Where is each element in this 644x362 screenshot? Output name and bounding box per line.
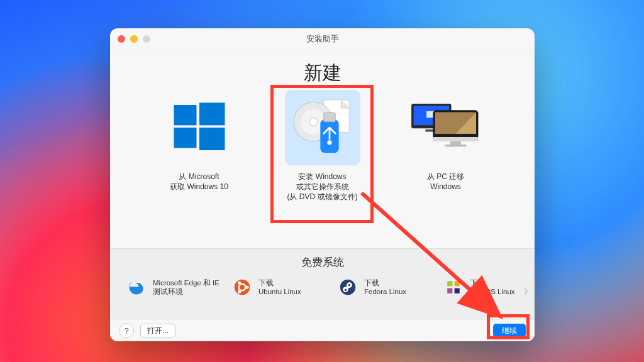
- svg-point-11: [327, 140, 331, 145]
- option-label: 从 PC 迁移 Windows: [427, 172, 464, 192]
- minimize-icon[interactable]: [130, 35, 138, 43]
- option-label: 从 Microsoft 获取 Windows 10: [170, 172, 228, 192]
- page-heading: 新建: [110, 60, 535, 86]
- chevron-right-icon[interactable]: ›: [524, 283, 528, 299]
- svg-point-24: [238, 282, 241, 285]
- option-get-windows-from-microsoft[interactable]: 从 Microsoft 获取 Windows 10: [152, 90, 247, 202]
- close-icon[interactable]: [118, 35, 125, 43]
- free-item-centos[interactable]: 下载 CentOS Linux: [445, 278, 535, 297]
- svg-rect-28: [455, 282, 460, 287]
- free-item-fedora[interactable]: 下载 Fedora Linux: [339, 278, 433, 297]
- free-item-label: Microsoft Edge 和 IE 测试环境: [153, 278, 219, 297]
- free-systems-section: 免费系统 Microsoft Edge 和 IE 测试环境 下载 Ubuntu …: [110, 248, 535, 322]
- traffic-lights: [118, 35, 150, 43]
- svg-rect-10: [323, 112, 335, 122]
- windows-logo-icon: [162, 90, 237, 165]
- svg-rect-30: [455, 288, 460, 293]
- option-transfer-from-pc[interactable]: 从 PC 迁移 Windows: [399, 90, 493, 202]
- free-item-label: 下载 Ubuntu Linux: [258, 278, 301, 297]
- window-title: 安装助手: [110, 33, 535, 45]
- edge-icon: [128, 278, 145, 296]
- centos-icon: [445, 278, 462, 296]
- ubuntu-icon: [233, 278, 251, 296]
- imac-transfer-icon: [408, 90, 484, 165]
- option-label: 安装 Windows 或其它操作系统 (从 DVD 或镜像文件): [287, 172, 358, 202]
- svg-point-23: [245, 286, 248, 289]
- svg-rect-29: [447, 288, 452, 293]
- free-systems-row: Microsoft Edge 和 IE 测试环境 下载 Ubuntu Linux: [110, 278, 535, 297]
- install-assistant-window: 安装助手 新建 从 Microsoft 获取 Windows 10: [110, 28, 535, 341]
- install-options-row: 从 Microsoft 获取 Windows 10: [110, 90, 535, 202]
- continue-button[interactable]: 继续: [493, 324, 526, 337]
- svg-point-8: [309, 118, 317, 126]
- svg-rect-20: [445, 145, 466, 146]
- svg-point-25: [238, 290, 241, 293]
- free-item-ubuntu[interactable]: 下载 Ubuntu Linux: [233, 278, 328, 297]
- window-titlebar: 安装助手: [110, 28, 535, 50]
- zoom-icon[interactable]: [143, 35, 150, 43]
- free-item-edge-ie[interactable]: Microsoft Edge 和 IE 测试环境: [128, 278, 222, 297]
- svg-rect-14: [426, 111, 434, 117]
- svg-rect-18: [433, 137, 478, 141]
- open-button[interactable]: 打开...: [140, 324, 175, 337]
- svg-rect-3: [199, 128, 225, 150]
- free-item-label: 下载 CentOS Linux: [470, 278, 515, 297]
- help-button[interactable]: ?: [119, 323, 134, 338]
- free-item-label: 下载 Fedora Linux: [364, 278, 406, 297]
- svg-rect-1: [199, 102, 225, 125]
- svg-rect-2: [174, 128, 196, 148]
- fedora-icon: [339, 278, 357, 296]
- window-footer: ? 打开... 继续: [110, 320, 535, 341]
- svg-rect-27: [447, 282, 452, 287]
- dvd-usb-image-icon: [285, 90, 360, 165]
- svg-rect-0: [174, 105, 196, 125]
- svg-rect-19: [450, 141, 460, 144]
- option-install-from-dvd-image[interactable]: 安装 Windows 或其它操作系统 (从 DVD 或镜像文件): [275, 90, 370, 202]
- free-systems-title: 免费系统: [110, 255, 535, 270]
